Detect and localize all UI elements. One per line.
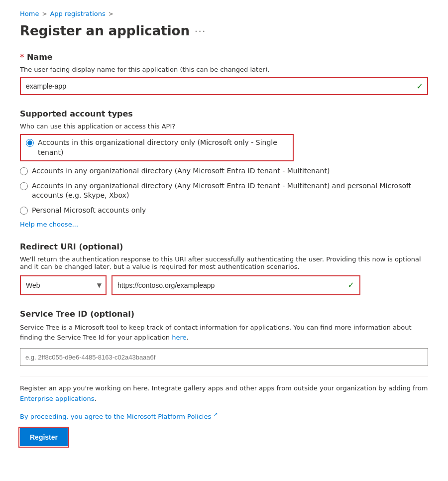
breadcrumb-sep1: > (42, 10, 47, 17)
service-tree-id-input[interactable] (20, 348, 428, 366)
page-title: Register an application (20, 23, 190, 38)
service-tree-description: Service Tree is a Microsoft tool to keep… (20, 323, 428, 344)
service-tree-here-link[interactable]: here (172, 334, 186, 341)
account-label-1: Accounts in this organizational director… (38, 138, 288, 157)
service-tree-section: Service Tree ID (optional) Service Tree … (20, 309, 428, 366)
breadcrumb: Home > App registrations > (20, 10, 428, 17)
page-header: Register an application ··· (20, 23, 428, 38)
enterprise-applications-link[interactable]: Enterprise applications (20, 395, 95, 402)
bottom-note: Register an app you're working on here. … (20, 376, 428, 404)
account-types-title: Supported account types (20, 109, 428, 119)
account-option-1[interactable]: Accounts in this organizational director… (20, 134, 294, 161)
account-types-radio-group: Accounts in this organizational director… (20, 134, 428, 216)
breadcrumb-app-registrations[interactable]: App registrations (50, 10, 105, 17)
redirect-uri-section: Redirect URI (optional) We'll return the… (20, 242, 428, 295)
microsoft-platform-policies-link[interactable]: By proceeding, you agree to the Microsof… (20, 411, 218, 420)
account-radio-3[interactable] (20, 182, 28, 190)
account-types-section: Supported account types Who can use this… (20, 109, 428, 228)
account-option-2[interactable]: Accounts in any organizational directory… (20, 166, 428, 176)
redirect-type-select[interactable]: Web SPA Public client/native (mobile & d… (21, 276, 106, 294)
required-star: * (20, 52, 27, 62)
service-tree-title: Service Tree ID (optional) (20, 309, 428, 319)
name-section: * Name The user-facing display name for … (20, 52, 428, 95)
breadcrumb-home[interactable]: Home (20, 10, 39, 17)
name-input[interactable] (20, 77, 428, 95)
more-options-button[interactable]: ··· (195, 26, 206, 36)
name-check-icon: ✓ (417, 82, 423, 91)
account-types-question: Who can use this application or access t… (20, 122, 428, 130)
name-description: The user-facing display name for this ap… (20, 66, 428, 73)
name-label: * Name (20, 52, 428, 62)
external-link-icon: ↗ (213, 411, 218, 418)
account-radio-4[interactable] (20, 207, 28, 215)
account-radio-1[interactable] (26, 139, 34, 147)
account-label-3: Accounts in any organizational directory… (32, 181, 428, 201)
register-button[interactable]: Register (20, 428, 68, 446)
account-label-4: Personal Microsoft accounts only (32, 206, 146, 216)
redirect-row: Web SPA Public client/native (mobile & d… (20, 275, 428, 295)
account-option-3[interactable]: Accounts in any organizational directory… (20, 181, 428, 201)
redirect-uri-input[interactable] (112, 276, 359, 294)
account-option-4[interactable]: Personal Microsoft accounts only (20, 206, 428, 216)
account-radio-2[interactable] (20, 167, 28, 175)
redirect-uri-title: Redirect URI (optional) (20, 242, 428, 251)
name-input-wrapper: ✓ (20, 77, 428, 95)
redirect-uri-description: We'll return the authentication response… (20, 255, 428, 270)
help-me-choose-link[interactable]: Help me choose... (20, 221, 78, 228)
policy-line: By proceeding, you agree to the Microsof… (20, 411, 428, 420)
account-label-2: Accounts in any organizational directory… (32, 166, 330, 176)
uri-check-icon: ✓ (348, 280, 354, 290)
breadcrumb-sep2: > (109, 10, 113, 17)
uri-input-wrapper: ✓ (112, 275, 360, 295)
redirect-type-select-wrapper: Web SPA Public client/native (mobile & d… (20, 275, 107, 295)
